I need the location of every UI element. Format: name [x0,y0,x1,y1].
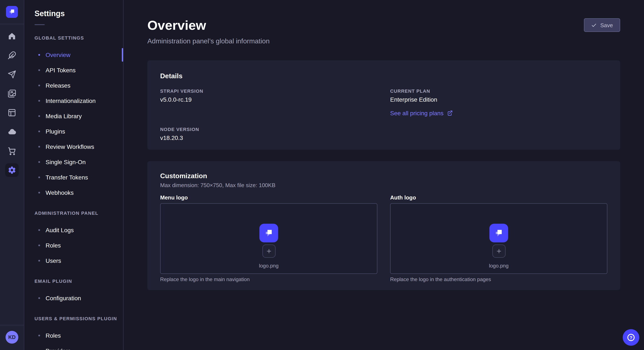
user-avatar[interactable]: KD [6,331,18,344]
auth-logo-dropzone[interactable]: logo.png [390,203,607,274]
active-indicator [122,48,123,62]
subnav-item-up-roles[interactable]: Roles [24,328,123,343]
bullet-icon [38,115,40,117]
strapi-version-label: STRAPI VERSION [160,88,377,93]
nav-deploy[interactable] [5,68,19,81]
bullet-icon [38,69,40,71]
pricing-plans-link[interactable]: See all pricing plans [390,110,607,116]
auth-logo-add-button[interactable] [492,244,505,257]
workspace-logo-wrap [0,0,24,24]
nav-media-library[interactable] [5,87,19,100]
subnav-item-review-workflows[interactable]: Review Workflows [24,139,123,154]
strapi-logo-icon [494,228,504,238]
details-card-title: Details [160,72,607,80]
menu-logo-add-button[interactable] [262,244,275,257]
subnav-item-plugins[interactable]: Plugins [24,124,123,139]
layout-icon [8,108,16,117]
menu-logo-caption: Replace the logo in the main navigation [160,276,377,282]
main-content: Overview Administration panel’s global i… [124,0,644,350]
subnav-item-admin-users[interactable]: Users [24,253,123,268]
subnav-item-admin-roles[interactable]: Roles [24,238,123,253]
page-subtitle: Administration panel’s global informatio… [147,37,620,45]
strapi-logo-icon [8,8,16,16]
details-right-column: CURRENT PLAN Enterprise Edition See all … [390,88,607,141]
menu-logo-label: Menu logo [160,194,377,200]
section-email-plugin: EMAIL PLUGIN Configuration [24,279,123,306]
bullet-icon [38,335,40,336]
subnav-divider [34,24,45,25]
details-grid: STRAPI VERSION v5.0.0-rc.19 NODE VERSION… [160,88,607,141]
customization-constraints: Max dimension: 750×750, Max file size: 1… [160,182,607,188]
home-icon [8,32,16,40]
customization-card-title: Customization [160,172,607,180]
subnav-item-overview[interactable]: Overview [24,47,123,62]
auth-logo-preview [490,223,508,242]
bullet-icon [38,229,40,231]
subnav-item-single-sign-on[interactable]: Single Sign-On [24,154,123,170]
section-administration-panel: ADMINISTRATION PANEL Audit Logs Roles Us… [24,210,123,268]
save-button-label: Save [600,22,613,28]
strapi-logo[interactable] [6,6,18,18]
nav-settings[interactable] [5,163,19,177]
details-card: Details STRAPI VERSION v5.0.0-rc.19 NODE… [147,60,620,150]
nav-home[interactable] [5,29,19,43]
subnav-item-up-providers[interactable]: Providers [24,343,123,350]
feather-icon [8,51,16,59]
auth-logo-label: Auth logo [390,194,607,200]
nav-cloud[interactable] [5,125,19,139]
section-global-settings: GLOBAL SETTINGS Overview API Tokens Rele… [24,35,123,200]
external-link-icon [447,110,453,116]
strapi-version-value: v5.0.0-rc.19 [160,96,377,103]
subnav-item-webhooks[interactable]: Webhooks [24,185,123,200]
strapi-logo-icon [264,228,274,238]
pricing-plans-link-label: See all pricing plans [390,110,444,116]
section-header: ADMINISTRATION PANEL [34,210,123,216]
help-button[interactable]: ? [623,329,639,346]
current-plan-label: CURRENT PLAN [390,88,607,93]
strapi-admin-app: KD Settings GLOBAL SETTINGS Overview API… [0,0,644,350]
section-header: EMAIL PLUGIN [34,279,123,284]
bullet-icon [38,192,40,193]
section-users-permissions-plugin: USERS & PERMISSIONS PLUGIN Roles Provide… [24,316,123,350]
bullet-icon [38,54,40,56]
cloud-icon [8,128,16,136]
bullet-icon [38,245,40,246]
save-button[interactable]: Save [584,18,620,32]
check-icon [592,22,597,28]
bullet-icon [38,146,40,148]
subnav-item-audit-logs[interactable]: Audit Logs [24,222,123,238]
auth-logo-filename: logo.png [489,263,508,269]
nav-content-manager[interactable] [5,106,19,120]
gear-icon [8,166,16,174]
nav-content-type-builder[interactable] [5,48,19,62]
paper-plane-icon [8,70,16,79]
subnav-item-api-tokens[interactable]: API Tokens [24,62,123,78]
section-header: GLOBAL SETTINGS [34,35,123,40]
current-plan-value: Enterprise Edition [390,96,607,103]
bullet-icon [38,260,40,262]
settings-subnav: Settings GLOBAL SETTINGS Overview API To… [24,0,124,350]
menu-logo-dropzone[interactable]: logo.png [160,203,377,274]
rail-icons [5,29,19,177]
node-version-label: NODE VERSION [160,127,377,132]
menu-logo-upload: Menu logo logo.png Replace the logo in t… [160,194,377,282]
plus-icon [266,248,272,254]
plus-icon [496,248,502,254]
nav-marketplace[interactable] [5,144,19,158]
customization-card: Customization Max dimension: 750×750, Ma… [147,161,620,290]
menu-logo-preview [260,223,278,242]
bullet-icon [38,176,40,178]
images-icon [8,89,16,98]
subnav-item-releases[interactable]: Releases [24,78,123,93]
page-header: Overview Administration panel’s global i… [124,0,644,45]
subnav-title: Settings [34,9,123,18]
current-plan-field: CURRENT PLAN Enterprise Edition [390,88,607,103]
subnav-item-internationalization[interactable]: Internationalization [24,93,123,108]
subnav-item-transfer-tokens[interactable]: Transfer Tokens [24,170,123,185]
logo-uploads-grid: Menu logo logo.png Replace the logo in t… [160,194,607,282]
node-version-field: NODE VERSION v18.20.3 [160,127,377,141]
subnav-item-email-configuration[interactable]: Configuration [24,291,123,306]
details-left-column: STRAPI VERSION v5.0.0-rc.19 NODE VERSION… [160,88,377,141]
bullet-icon [38,161,40,163]
subnav-item-media-library[interactable]: Media Library [24,108,123,124]
